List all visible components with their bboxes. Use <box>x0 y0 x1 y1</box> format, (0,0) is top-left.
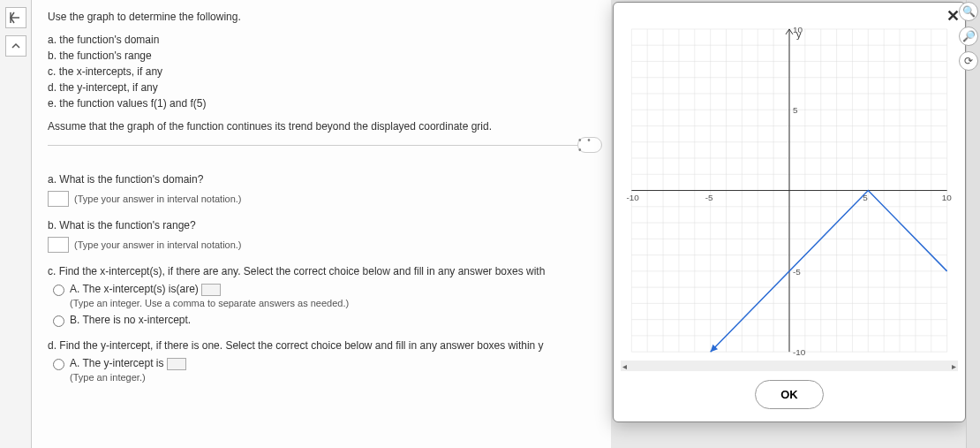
choice-d-a-input[interactable] <box>167 358 186 370</box>
svg-text:10: 10 <box>942 193 953 202</box>
left-rail <box>0 0 32 448</box>
choice-d-a-pre: A. The y-intercept is <box>70 357 167 369</box>
answer-b-hint: (Type your answer in interval notation.) <box>74 239 242 250</box>
svg-text:5: 5 <box>793 105 798 115</box>
choice-c-a-pre: A. The x-intercept(s) is(are) <box>70 283 201 295</box>
choice-d-a-hint: (Type an integer.) <box>70 372 186 383</box>
answer-a-input[interactable] <box>48 191 69 207</box>
question-c-label: c. Find the x-intercept(s), if there are… <box>48 265 595 277</box>
question-c: c. Find the x-intercept(s), if there are… <box>48 265 595 327</box>
search-icon[interactable]: 🔎 <box>959 27 978 46</box>
question-b: b. What is the function's range? (Type y… <box>48 219 595 253</box>
svg-text:-5: -5 <box>705 193 713 202</box>
question-a-label: a. What is the function's domain? <box>48 173 595 186</box>
divider: • • • <box>48 145 595 161</box>
choice-c-b-text: B. There is no x-intercept. <box>70 314 191 326</box>
choice-c-a-hint: (Type an integer. Use a comma to separat… <box>70 298 349 308</box>
choice-c-a-radio[interactable] <box>53 285 64 296</box>
part-a: a. the function's domain <box>48 32 595 48</box>
right-tool-icons: 🔍 🔎 ⟳ <box>959 2 978 71</box>
modal-footer: OK <box>614 371 965 421</box>
scroll-left-icon[interactable]: ◂ <box>622 361 627 371</box>
question-a: a. What is the function's domain? (Type … <box>48 173 595 207</box>
answer-b-input[interactable] <box>48 237 69 253</box>
assume-text: Assume that the graph of the function co… <box>48 120 595 133</box>
part-b: b. the function's range <box>48 48 595 64</box>
question-d-label: d. Find the y-intercept, if there is one… <box>48 339 595 352</box>
choice-c-a-input[interactable] <box>201 284 221 296</box>
svg-text:-10: -10 <box>626 193 639 202</box>
graph-scrollbar[interactable]: ◂ ▸ <box>621 361 958 371</box>
choice-d-a-text: A. The y-intercept is <box>70 357 186 370</box>
scroll-right-icon[interactable]: ▸ <box>952 361 956 371</box>
prompt-parts: a. the function's domain b. the function… <box>48 32 595 111</box>
svg-text:10: 10 <box>793 25 803 34</box>
choice-c-b-radio[interactable] <box>53 315 64 327</box>
svg-text:-10: -10 <box>793 347 806 357</box>
prompt-lead: Use the graph to determine the following… <box>48 11 595 23</box>
choice-c-a-text: A. The x-intercept(s) is(are) <box>70 283 349 296</box>
part-c: c. the x-intercepts, if any <box>48 64 595 80</box>
graph-modal: ✕ y-10-5510-10-5510 ◂ ▸ OK <box>613 2 966 422</box>
svg-text:-5: -5 <box>793 267 801 277</box>
question-panel: Use the graph to determine the following… <box>32 0 611 448</box>
refresh-icon[interactable]: ⟳ <box>959 51 978 71</box>
part-e: e. the function values f(1) and f(5) <box>48 95 595 111</box>
graph-area: y-10-5510-10-5510 ◂ ▸ <box>621 20 958 371</box>
more-button[interactable]: • • • <box>577 137 602 153</box>
caret-up-icon[interactable] <box>5 35 26 57</box>
ok-button[interactable]: OK <box>755 380 824 409</box>
answer-a-hint: (Type your answer in interval notation.) <box>74 194 242 204</box>
function-graph: y-10-5510-10-5510 <box>621 20 958 371</box>
back-icon[interactable] <box>5 7 26 28</box>
choice-d-a-radio[interactable] <box>53 359 64 370</box>
zoom-icon[interactable]: 🔍 <box>959 2 978 21</box>
question-d: d. Find the y-intercept, if there is one… <box>48 339 595 383</box>
question-b-label: b. What is the function's range? <box>48 219 595 232</box>
part-d: d. the y-intercept, if any <box>48 80 595 95</box>
